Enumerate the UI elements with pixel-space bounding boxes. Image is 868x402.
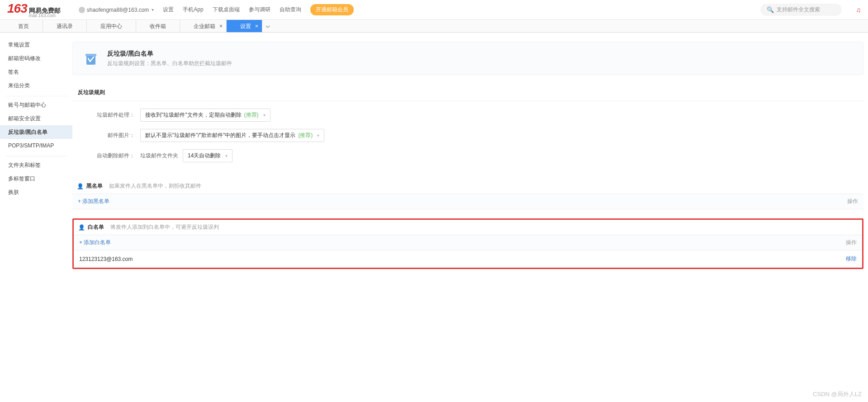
logo-number: 163 — [7, 1, 27, 16]
person-icon: 👤 — [78, 224, 85, 231]
search-placeholder: 支持邮件全文搜索 — [777, 6, 820, 14]
form-label: 垃圾邮件处理： — [81, 111, 140, 119]
whitelist-header: 👤 白名单 将发件人添加到白名单中，可避开反垃圾误判 — [74, 220, 862, 235]
divider — [5, 96, 67, 96]
row-spam-handle: 垃圾邮件处理： 接收到"垃圾邮件"文件夹，定期自动删除 (推荐) ▾ — [72, 101, 863, 122]
tabs: 首页 通讯录 应用中心 收件箱 企业邮箱 × 设置 × — [0, 20, 868, 33]
blacklist-desc: 如果发件人在黑名单中，则拒收其邮件 — [109, 182, 201, 190]
header-links: 设置 手机App 下载桌面端 参与调研 自助查询 开通邮箱会员 — [163, 4, 353, 15]
row-auto-delete: 自动删除邮件： 垃圾邮件文件夹 14天自动删除 ▾ — [72, 142, 863, 170]
page-desc: 反垃圾规则设置：黑名单、白名单助您拦截垃圾邮件 — [107, 60, 232, 67]
remove-button[interactable]: 移除 — [846, 255, 857, 263]
tab-settings[interactable]: 设置 × — [227, 20, 262, 32]
sidebar-item-password[interactable]: 邮箱密码修改 — [0, 52, 72, 65]
whitelist-section: 👤 白名单 将发件人添加到白名单中，可避开反垃圾误判 + 添加白名单 操作 12… — [72, 218, 863, 269]
close-icon[interactable]: × — [255, 20, 258, 33]
static-text: 垃圾邮件文件夹 — [140, 152, 183, 160]
sidebar-item-general[interactable]: 常规设置 — [0, 38, 72, 52]
svg-rect-1 — [85, 54, 96, 56]
tab-contacts[interactable]: 通讯录 — [43, 20, 87, 32]
header-link-desktop[interactable]: 下载桌面端 — [213, 6, 240, 14]
close-icon[interactable]: × — [219, 20, 223, 33]
select-mail-image[interactable]: 默认不显示"垃圾邮件"/"欺诈邮件"中的图片，要手动点击才显示 (推荐) ▾ — [140, 129, 324, 142]
trash-icon — [82, 49, 100, 67]
whitelist-add-row: + 添加白名单 操作 — [74, 235, 862, 251]
tab-add-button[interactable] — [262, 20, 273, 32]
select-auto-delete[interactable]: 14天自动删除 ▾ — [183, 149, 232, 162]
sidebar-item-multitab[interactable]: 多标签窗口 — [0, 172, 72, 185]
chevron-down-icon: ▾ — [152, 7, 154, 12]
sidebar-item-classify[interactable]: 来信分类 — [0, 79, 72, 92]
music-icon[interactable]: ♫ — [856, 6, 861, 14]
chevron-down-icon: ▾ — [263, 113, 266, 118]
action-column-header: 操作 — [847, 198, 858, 205]
blacklist-header: 👤 黑名单 如果发件人在黑名单中，则拒收其邮件 — [72, 179, 863, 194]
chevron-down-icon: ▾ — [317, 133, 319, 138]
tab-inbox[interactable]: 收件箱 — [136, 20, 180, 32]
rules-section-title: 反垃圾规则 — [72, 84, 863, 101]
form-label: 邮件图片： — [81, 132, 140, 139]
add-blacklist-button[interactable]: + 添加黑名单 — [78, 198, 109, 205]
sidebar-item-account[interactable]: 账号与邮箱中心 — [0, 98, 72, 112]
search-icon: 🔍 — [767, 6, 774, 13]
tab-home[interactable]: 首页 — [5, 20, 43, 32]
tab-enterprise[interactable]: 企业邮箱 × — [180, 20, 227, 32]
blacklist-add-row: + 添加黑名单 操作 — [72, 194, 863, 209]
logo-text: 网易免费邮 mail.163.com — [29, 7, 61, 18]
whitelist-entry: 123123123@163.com 移除 — [74, 251, 862, 268]
search-input[interactable]: 🔍 支持邮件全文搜索 — [760, 4, 842, 16]
logo[interactable]: 163 网易免费邮 mail.163.com — [7, 1, 61, 18]
chevron-down-icon — [266, 24, 270, 29]
whitelist-desc: 将发件人添加到白名单中，可避开反垃圾误判 — [110, 223, 219, 231]
blacklist-title: 黑名单 — [86, 182, 103, 190]
header-link-settings[interactable]: 设置 — [163, 6, 174, 14]
whitelist-title: 白名单 — [88, 223, 104, 231]
divider — [5, 156, 67, 156]
user-email: shaofengma88@163.com — [87, 7, 149, 13]
app-header: 163 网易免费邮 mail.163.com shaofengma88@163.… — [0, 0, 868, 20]
header-right: 🔍 支持邮件全文搜索 ♫ — [760, 4, 861, 16]
page-title: 反垃圾/黑白名单 — [107, 50, 232, 58]
settings-sidebar: 常规设置 邮箱密码修改 签名 来信分类 账号与邮箱中心 邮箱安全设置 反垃圾/黑… — [0, 33, 72, 278]
header-link-app[interactable]: 手机App — [183, 6, 203, 14]
whitelist-email: 123123123@163.com — [79, 256, 133, 262]
header-link-selfservice[interactable]: 自助查询 — [280, 6, 301, 14]
sidebar-item-folders[interactable]: 文件夹和标签 — [0, 158, 72, 172]
header-link-survey[interactable]: 参与调研 — [249, 6, 270, 14]
blacklist-section: 👤 黑名单 如果发件人在黑名单中，则拒收其邮件 + 添加黑名单 操作 — [72, 179, 863, 209]
chevron-down-icon: ▾ — [225, 153, 228, 158]
person-icon: 👤 — [77, 183, 84, 189]
main-layout: 常规设置 邮箱密码修改 签名 来信分类 账号与邮箱中心 邮箱安全设置 反垃圾/黑… — [0, 33, 868, 278]
tab-apps[interactable]: 应用中心 — [87, 20, 136, 32]
sidebar-item-protocol[interactable]: POP3/SMTP/IMAP — [0, 139, 72, 152]
page-header-card: 反垃圾/黑白名单 反垃圾规则设置：黑名单、白名单助您拦截垃圾邮件 — [72, 42, 863, 75]
avatar — [79, 7, 85, 13]
sidebar-item-security[interactable]: 邮箱安全设置 — [0, 112, 72, 125]
user-menu[interactable]: shaofengma88@163.com ▾ — [79, 7, 154, 13]
vip-button[interactable]: 开通邮箱会员 — [310, 4, 354, 15]
content-area: 反垃圾/黑白名单 反垃圾规则设置：黑名单、白名单助您拦截垃圾邮件 反垃圾规则 垃… — [72, 33, 868, 278]
row-mail-image: 邮件图片： 默认不显示"垃圾邮件"/"欺诈邮件"中的图片，要手动点击才显示 (推… — [72, 122, 863, 142]
sidebar-item-signature[interactable]: 签名 — [0, 65, 72, 79]
sidebar-item-skin[interactable]: 换肤 — [0, 185, 72, 199]
select-spam-handle[interactable]: 接收到"垃圾邮件"文件夹，定期自动删除 (推荐) ▾ — [140, 109, 270, 122]
form-label: 自动删除邮件： — [81, 152, 140, 160]
action-column-header: 操作 — [846, 239, 857, 246]
add-whitelist-button[interactable]: + 添加白名单 — [79, 239, 111, 246]
sidebar-item-antispam[interactable]: 反垃圾/黑白名单 — [0, 125, 72, 139]
